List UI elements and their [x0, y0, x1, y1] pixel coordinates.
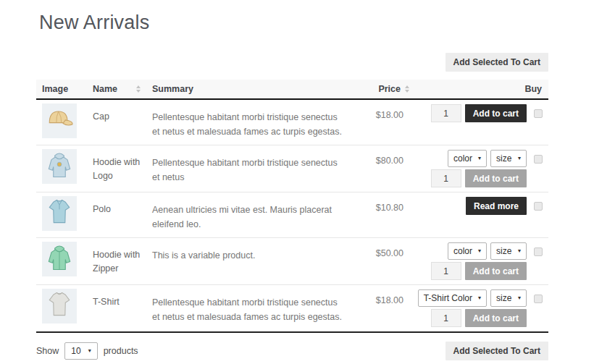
select-product-checkbox[interactable]	[534, 202, 543, 211]
polo-icon	[43, 196, 75, 231]
top-toolbar: Add Selected To Cart	[36, 53, 548, 72]
product-name: Hoodie with Logo	[93, 157, 140, 181]
add-to-cart-button[interactable]: Add to cart	[465, 104, 527, 122]
product-price: $50.00	[376, 248, 403, 258]
select-product-checkbox[interactable]	[534, 109, 543, 118]
col-header-price[interactable]: Price	[351, 80, 415, 99]
page-container: New Arrivals Add Selected To Cart Image …	[36, 12, 548, 360]
table-row: Polo Aenean ultricies mi vitae est. Maur…	[36, 192, 548, 238]
col-header-name[interactable]: Name	[87, 80, 146, 99]
table-footer: Show 10 ▾ products Add Selected To Cart	[36, 342, 548, 360]
sort-icon[interactable]	[405, 85, 409, 93]
product-name: T-Shirt	[93, 297, 120, 307]
color-select[interactable]: color▾	[448, 242, 487, 260]
caret-down-icon: ▾	[518, 248, 521, 254]
product-name: Hoodie with Zipper	[93, 250, 140, 274]
caret-down-icon: ▾	[518, 295, 521, 301]
read-more-button[interactable]: Read more	[466, 197, 527, 215]
size-select[interactable]: size▾	[490, 242, 527, 260]
col-header-summary: Summary	[146, 80, 351, 99]
table-row: Hoodie with Zipper This is a variable pr…	[36, 238, 548, 285]
tshirt-icon	[43, 289, 75, 323]
hoodie-zipper-product-image[interactable]	[42, 242, 77, 276]
add-selected-to-cart-button-top[interactable]: Add Selected To Cart	[446, 53, 548, 72]
caret-down-icon: ▾	[88, 348, 91, 354]
page-size-control: Show 10 ▾ products	[36, 342, 138, 360]
table-row: T-Shirt Pellentesque habitant morbi tris…	[36, 285, 548, 333]
product-name: Cap	[93, 111, 109, 122]
t-shirt-color-select[interactable]: T-Shirt Color▾	[418, 289, 487, 307]
col-header-buy: Buy	[415, 80, 548, 99]
quantity-input[interactable]	[431, 169, 461, 187]
product-summary: Pellentesque habitant morbi tristique se…	[152, 112, 342, 137]
products-table: Image Name Summary Price	[36, 80, 548, 333]
product-summary: Pellentesque habitant morbi tristique se…	[152, 297, 342, 322]
products-label: products	[104, 346, 138, 356]
hoodie-logo-icon	[43, 149, 75, 184]
quantity-input[interactable]	[431, 262, 461, 280]
show-label: Show	[36, 346, 59, 356]
product-price: $80.00	[376, 156, 403, 166]
product-summary: Aenean ultricies mi vitae est. Mauris pl…	[152, 205, 332, 229]
product-price: $18.00	[376, 295, 403, 305]
products-table-header: Image Name Summary Price	[36, 80, 548, 99]
hoodie-logo-product-image[interactable]	[42, 149, 77, 184]
quantity-input[interactable]	[431, 309, 461, 327]
products-table-body: Cap Pellentesque habitant morbi tristiqu…	[36, 99, 548, 332]
hoodie-zipper-icon	[43, 242, 75, 276]
page-title: New Arrivals	[39, 12, 548, 34]
select-product-checkbox[interactable]	[534, 295, 543, 303]
select-product-checkbox[interactable]	[534, 247, 543, 256]
add-to-cart-button[interactable]: Add to cart	[465, 169, 527, 187]
size-select[interactable]: size▾	[490, 150, 527, 167]
product-summary: Pellentesque habitant morbi tristique se…	[152, 158, 338, 182]
product-price: $10.80	[376, 203, 403, 213]
table-row: Cap Pellentesque habitant morbi tristiqu…	[36, 99, 548, 145]
cap-product-image[interactable]	[42, 103, 77, 138]
caret-down-icon: ▾	[478, 156, 481, 161]
add-selected-to-cart-button-bottom[interactable]: Add Selected To Cart	[446, 342, 548, 360]
product-summary: This is a variable product.	[152, 250, 255, 261]
caret-down-icon: ▾	[478, 295, 481, 301]
polo-product-image[interactable]	[42, 196, 77, 231]
caret-down-icon: ▾	[518, 156, 521, 161]
col-header-image: Image	[36, 80, 87, 99]
color-select[interactable]: color▾	[448, 150, 487, 167]
size-select[interactable]: size▾	[490, 289, 527, 307]
select-product-checkbox[interactable]	[534, 155, 543, 164]
page-size-select[interactable]: 10 ▾	[64, 342, 97, 360]
product-price: $18.00	[376, 110, 403, 120]
add-to-cart-button[interactable]: Add to cart	[465, 309, 527, 327]
sort-icon[interactable]	[136, 85, 141, 93]
caret-down-icon: ▾	[478, 248, 481, 254]
quantity-input[interactable]	[431, 104, 461, 122]
add-to-cart-button[interactable]: Add to cart	[465, 262, 527, 280]
product-name: Polo	[93, 204, 111, 214]
tshirt-product-image[interactable]	[42, 289, 77, 323]
table-row: Hoodie with Logo Pellentesque habitant m…	[36, 145, 548, 192]
cap-icon	[43, 103, 75, 138]
